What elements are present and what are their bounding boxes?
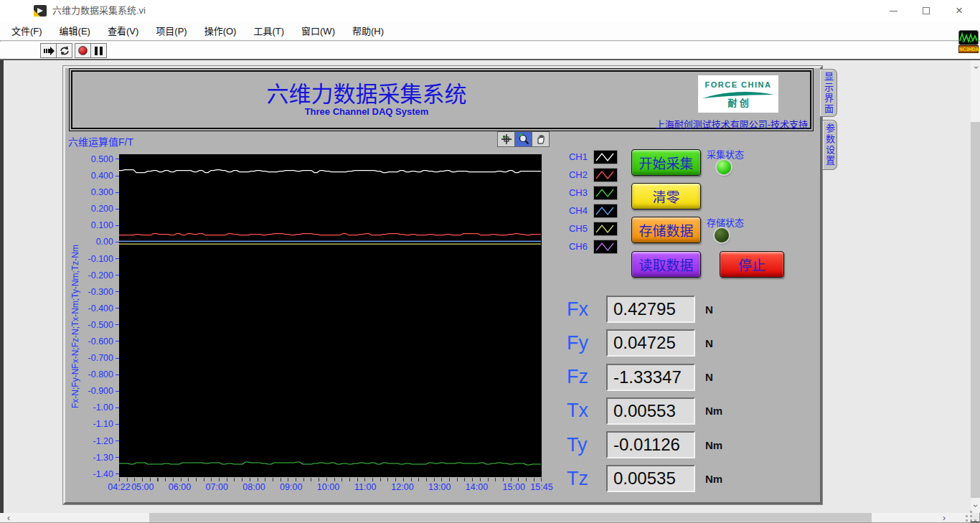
chart-plot[interactable]: [119, 154, 542, 477]
readout-label: Tz: [567, 468, 600, 490]
pause-button[interactable]: [90, 43, 107, 58]
close-button[interactable]: ×: [943, 0, 976, 22]
x-tick-label: 14:00: [456, 482, 496, 492]
zoom-tool-button[interactable]: [514, 131, 532, 147]
y-tick: 0.00: [65, 234, 119, 250]
cursor-tool-button[interactable]: [497, 131, 515, 147]
vi-icon-pane[interactable]: NC3HDAQ: [958, 30, 979, 53]
title-bar: 六维力数据采集系统.vi ×: [0, 0, 980, 22]
legend-item[interactable]: CH5: [565, 220, 618, 237]
maximize-icon: [923, 7, 930, 14]
readout-value: 0.00553: [606, 397, 695, 425]
run-icon: [43, 46, 55, 56]
y-tick: -0.400: [65, 300, 119, 316]
minimize-button[interactable]: [877, 0, 910, 22]
y-tick-label: 0.00: [96, 237, 113, 247]
legend-item[interactable]: CH6: [565, 237, 618, 255]
scroll-left-arrow[interactable]: ‹: [3, 513, 14, 522]
run-button[interactable]: [40, 43, 57, 58]
legend-zigzag-icon: [594, 151, 617, 164]
legend-plot-sample[interactable]: [593, 240, 618, 254]
menu-item[interactable]: 帮助(H): [344, 22, 392, 41]
y-tick: -0.900: [65, 383, 119, 400]
menu-item[interactable]: 窗口(W): [293, 22, 344, 41]
x-tick-label: 07:00: [197, 482, 237, 492]
labview-window: 六维力数据采集系统.vi × 文件(F)编辑(E)查看(V)项目(P)操作(O)…: [0, 0, 980, 523]
toolbar-button-group: [40, 43, 106, 58]
legend-plot-sample[interactable]: [593, 186, 618, 200]
zero-button[interactable]: 清零: [631, 183, 701, 209]
x-tick-label: 15:45: [522, 482, 562, 492]
scroll-down-arrow[interactable]: ›: [970, 501, 980, 511]
legend-item[interactable]: CH4: [565, 202, 618, 220]
horizontal-scroll-thumb[interactable]: [149, 513, 872, 522]
save-data-button[interactable]: 存储数据: [631, 217, 701, 243]
pan-tool-button[interactable]: [532, 131, 550, 147]
abort-icon: [78, 46, 88, 55]
y-tick-label: -0.800: [88, 369, 113, 380]
y-tick-label: -1.30: [93, 453, 114, 463]
minimize-icon: [890, 11, 897, 11]
legend-plot-sample[interactable]: [593, 204, 618, 218]
tab-display-interface[interactable]: 显示界面: [820, 69, 837, 117]
acq-status-label: 采集状态: [707, 147, 744, 161]
legend-zigzag-icon: [594, 169, 617, 182]
legend-item[interactable]: CH2: [565, 166, 618, 184]
y-tick-label: -0.700: [88, 353, 113, 363]
acq-status-led: [717, 160, 731, 174]
legend-label: CH6: [565, 241, 588, 252]
y-tick: -1.20: [65, 433, 119, 449]
menu-item[interactable]: 操作(O): [196, 22, 245, 41]
resize-grip[interactable]: [966, 515, 968, 517]
graph-palette: [497, 131, 549, 147]
start-acquisition-button[interactable]: 开始采集: [631, 149, 701, 176]
readout-label: Ty: [567, 434, 600, 456]
horizontal-scrollbar[interactable]: ‹ ›: [0, 513, 971, 522]
abort-button[interactable]: [75, 43, 91, 58]
y-tick-label: -0.500: [88, 320, 113, 330]
y-tick-label: -0.100: [88, 254, 113, 264]
vertical-scroll-thumb[interactable]: [971, 122, 980, 498]
readout-unit: N: [705, 371, 713, 383]
menu-item[interactable]: 项目(P): [147, 22, 195, 41]
force-readouts: Fx 0.42795 N Fy 0.04725 N Fz -1.33347 N …: [567, 296, 722, 499]
x-tick-label: 10:00: [308, 482, 348, 492]
store-status-led: [715, 228, 729, 242]
chart-legend: CH1 CH2 CH3: [565, 148, 618, 255]
y-tick: -0.800: [65, 367, 119, 383]
legend-item[interactable]: CH1: [565, 148, 618, 166]
hand-icon: [535, 133, 547, 145]
readout-unit: Nm: [705, 405, 722, 417]
run-continuous-button[interactable]: [56, 43, 72, 58]
y-tick-label: -0.200: [88, 270, 113, 281]
y-tick: -0.500: [65, 316, 119, 333]
vertical-scrollbar[interactable]: ‹ ›: [971, 60, 980, 513]
legend-plot-sample[interactable]: [593, 222, 618, 236]
menu-item[interactable]: 工具(T): [245, 22, 293, 41]
y-tick: -1.30: [65, 449, 119, 466]
read-data-button[interactable]: 读取数据: [631, 251, 701, 278]
legend-plot-sample[interactable]: [593, 150, 618, 164]
scroll-right-arrow[interactable]: ›: [938, 513, 950, 522]
readout-value: 0.00535: [606, 465, 695, 492]
support-text: 上海耐创测试技术有限公司-技术支持: [656, 117, 808, 131]
maximize-button[interactable]: [910, 0, 943, 22]
y-axis-ticks: 0.500 0.400 0.300 0.200 0.100: [65, 151, 119, 482]
menu-item[interactable]: 文件(F): [3, 22, 51, 41]
tab-parameter-settings[interactable]: 参数设置: [823, 120, 837, 170]
readout-row: Tx 0.00553 Nm: [567, 397, 722, 425]
readout-unit: N: [705, 303, 713, 316]
scroll-up-arrow[interactable]: ‹: [970, 63, 980, 72]
readout-row: Ty -0.01126 Nm: [567, 431, 722, 458]
legend-item[interactable]: CH3: [565, 184, 618, 202]
x-tick-label: 11:00: [345, 482, 385, 492]
x-tick-label: 08:00: [234, 482, 274, 492]
menu-item[interactable]: 查看(V): [99, 22, 147, 41]
stop-button[interactable]: 停止: [720, 251, 784, 278]
legend-plot-sample[interactable]: [593, 168, 618, 182]
y-tick-label: -0.600: [88, 336, 113, 347]
menu-item[interactable]: 编辑(E): [51, 22, 99, 41]
readout-unit: N: [705, 337, 713, 349]
y-tick: -1.00: [65, 400, 119, 416]
y-tick: -0.200: [65, 267, 119, 283]
